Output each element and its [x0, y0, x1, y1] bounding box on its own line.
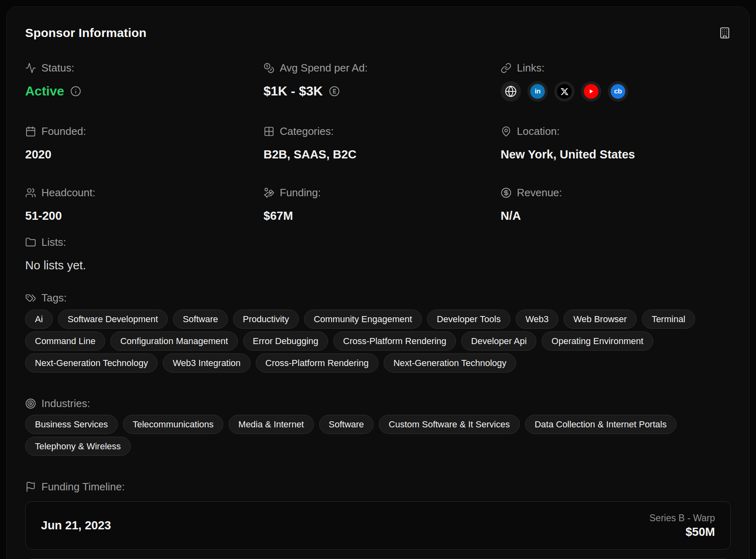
coins-icon: [264, 63, 274, 74]
funding-value: $67M: [264, 207, 293, 224]
industry-pill[interactable]: Software: [319, 415, 374, 434]
industry-pill[interactable]: Media & Internet: [229, 415, 313, 434]
target-icon: [25, 398, 36, 409]
tags-icon: [25, 292, 36, 303]
flag-icon: [25, 481, 36, 492]
social-links: in cb: [501, 81, 731, 102]
categories-field: Categories: B2B, SAAS, B2C: [264, 125, 501, 163]
categories-value: B2B, SAAS, B2C: [264, 146, 356, 163]
categories-label: Categories:: [280, 125, 334, 138]
founded-value: 2020: [25, 146, 52, 163]
tags-section: Tags: AiSoftware DevelopmentSoftwareProd…: [25, 291, 731, 373]
hand-coins-icon: [264, 187, 274, 198]
youtube-link-button[interactable]: [581, 81, 601, 102]
page: Sponsor Information Status: Active Avg S…: [0, 0, 756, 559]
tag-pill[interactable]: Productivity: [233, 310, 299, 329]
grid-icon: [264, 126, 274, 137]
linkedin-link-button[interactable]: in: [527, 81, 548, 102]
industries-section: Industries: Business ServicesTelecommuni…: [25, 397, 731, 456]
tags-label: Tags:: [41, 292, 67, 304]
industry-pill[interactable]: Data Collection & Internet Portals: [525, 415, 676, 434]
globe-icon: [505, 85, 517, 98]
calendar-icon: [25, 126, 36, 137]
founded-field: Founded: 2020: [25, 125, 264, 163]
avg-spend-label: Avg Spend per Ad:: [280, 62, 367, 74]
industry-pill[interactable]: Custom Software & It Services: [379, 415, 519, 434]
headcount-label: Headcount:: [41, 186, 95, 199]
tag-pill[interactable]: Next-Generation Technology: [384, 353, 516, 373]
industries-label: Industries:: [41, 397, 90, 410]
tag-list: AiSoftware DevelopmentSoftwareProductivi…: [25, 310, 731, 373]
lists-section: Lists: No lists yet.: [25, 236, 731, 274]
timeline-event-date: Jun 21, 2023: [41, 519, 111, 532]
tag-pill[interactable]: Developer Api: [461, 332, 536, 351]
tag-pill[interactable]: Web3 Integration: [163, 353, 250, 373]
industry-pill[interactable]: Business Services: [25, 415, 118, 434]
dollar-circle-icon: [501, 187, 512, 198]
x-twitter-link-button[interactable]: [554, 81, 575, 102]
industry-pill[interactable]: Telecommunications: [123, 415, 223, 434]
users-icon: [25, 187, 36, 198]
sponsor-info-panel: Sponsor Information Status: Active Avg S…: [6, 6, 750, 559]
youtube-icon: [584, 84, 598, 99]
crunchbase-icon: cb: [611, 84, 625, 99]
tag-pill[interactable]: Developer Tools: [427, 310, 510, 329]
link-icon: [501, 63, 512, 74]
crunchbase-link-button[interactable]: cb: [608, 81, 628, 102]
map-pin-icon: [501, 126, 512, 137]
folder-icon: [25, 237, 36, 248]
tag-pill[interactable]: Terminal: [642, 310, 695, 329]
industry-pill[interactable]: Telephony & Wireless: [25, 437, 131, 456]
status-value: Active: [25, 82, 64, 100]
lists-empty-text: No lists yet.: [25, 257, 86, 274]
tag-pill[interactable]: Operating Environment: [542, 332, 653, 351]
links-field: Links: in cb: [501, 61, 731, 102]
founded-label: Founded:: [41, 125, 86, 138]
headcount-value: 51-200: [25, 207, 62, 224]
linkedin-icon: in: [530, 84, 545, 99]
building-icon: [719, 27, 731, 39]
panel-title: Sponsor Information: [25, 25, 147, 41]
tag-pill[interactable]: Cross-Platform Rendering: [256, 353, 378, 373]
headcount-field: Headcount: 51-200: [25, 186, 264, 224]
funding-timeline-section: Funding Timeline: Jun 21, 2023 Series B …: [25, 480, 731, 559]
funding-field: Funding: $67M: [264, 186, 501, 224]
revenue-label: Revenue:: [517, 186, 562, 199]
timeline-event-round: Series B - Warp: [650, 513, 715, 524]
lists-label: Lists:: [41, 236, 66, 249]
revenue-value: N/A: [501, 207, 521, 224]
location-value: New York, United States: [501, 146, 635, 163]
tag-pill[interactable]: Command Line: [25, 332, 105, 351]
tag-pill[interactable]: Web Browser: [564, 310, 637, 329]
tag-pill[interactable]: Community Engagement: [304, 310, 422, 329]
location-field: Location: New York, United States: [501, 125, 731, 163]
website-link-button[interactable]: [501, 81, 521, 102]
tag-pill[interactable]: Configuration Management: [110, 332, 238, 351]
links-label: Links:: [517, 62, 544, 74]
location-label: Location:: [517, 125, 560, 138]
timeline-event-card: Jun 21, 2023 Series B - Warp $50M: [25, 501, 731, 550]
status-field: Status: Active: [25, 61, 264, 102]
tag-pill[interactable]: Software Development: [58, 310, 168, 329]
funding-timeline-label: Funding Timeline:: [41, 481, 125, 493]
info-grid: Status: Active Avg Spend per Ad: $1K - $…: [25, 61, 731, 224]
funding-timeline-list: Jun 21, 2023 Series B - Warp $50M: [25, 501, 731, 550]
avg-spend-field: Avg Spend per Ad: $1K - $3K: [264, 61, 501, 102]
avg-spend-value: $1K - $3K: [264, 82, 323, 100]
tag-pill[interactable]: Ai: [25, 310, 53, 329]
industry-list: Business ServicesTelecommunicationsMedia…: [25, 415, 731, 456]
tag-pill[interactable]: Web3: [516, 310, 558, 329]
x-logo-icon: [557, 84, 572, 99]
revenue-field: Revenue: N/A: [501, 186, 731, 224]
tag-pill[interactable]: Cross-Platform Rendering: [333, 332, 456, 351]
estimated-icon[interactable]: [329, 86, 340, 97]
timeline-event-amount: $50M: [685, 525, 715, 539]
tag-pill[interactable]: Error Debugging: [243, 332, 328, 351]
tag-pill[interactable]: Next-Generation Technology: [25, 353, 158, 373]
info-icon[interactable]: [70, 86, 81, 97]
tag-pill[interactable]: Software: [173, 310, 228, 329]
funding-label: Funding:: [280, 186, 321, 199]
activity-icon: [25, 63, 36, 74]
panel-header: Sponsor Information: [25, 25, 731, 41]
status-label: Status:: [41, 62, 74, 74]
